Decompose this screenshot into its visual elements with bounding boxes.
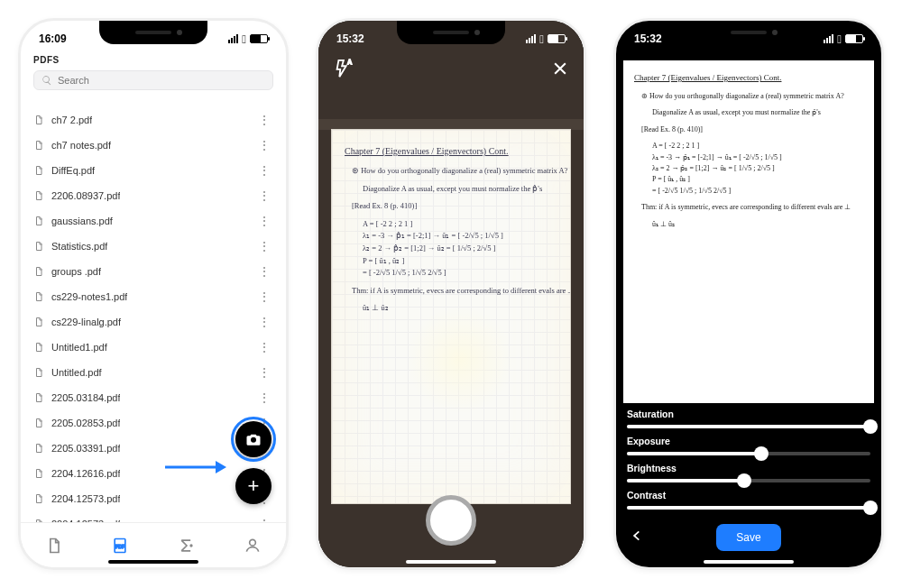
file-name: cs229-linalg.pdf xyxy=(51,317,121,327)
file-name: Statistics.pdf xyxy=(51,241,107,252)
hw-theorem: Thm: if A is symmetric, evecs are corres… xyxy=(641,202,863,213)
profile-icon xyxy=(244,537,262,555)
slider-track[interactable] xyxy=(627,452,870,455)
file-name: 2206.08937.pdf xyxy=(51,190,120,201)
hw-eigen1: λ₁ = -3 → p̂₁ = [-2;1] → û₁ = [ -2/√5 ; … xyxy=(363,230,557,243)
slider-track[interactable] xyxy=(627,425,870,428)
status-time: 15:32 xyxy=(336,32,364,45)
more-button[interactable]: ⋮ xyxy=(254,114,273,126)
more-button[interactable]: ⋮ xyxy=(254,240,273,253)
wifi-icon: 􀙇 xyxy=(242,33,246,45)
file-row[interactable]: cs229-notes1.pdf⋮ xyxy=(33,284,273,309)
file-name: DiffEq.pdf xyxy=(51,165,95,176)
file-icon xyxy=(33,492,44,505)
hw-reference: [Read Ex. 8 (p. 410)] xyxy=(352,200,557,213)
file-icon xyxy=(33,240,44,253)
file-row[interactable]: DiffEq.pdf⋮ xyxy=(33,158,273,183)
file-row[interactable]: ch7 2.pdf⋮ xyxy=(33,107,273,133)
slider-brightness[interactable]: Brightness xyxy=(627,463,870,482)
close-button[interactable] xyxy=(551,60,569,81)
slider-exposure[interactable]: Exposure xyxy=(627,436,870,455)
signal-icon xyxy=(228,34,238,43)
file-row[interactable]: groups .pdf⋮ xyxy=(33,259,273,284)
hw-theorem2: û₁ ⊥ û₂ xyxy=(363,302,557,315)
slider-label: Exposure xyxy=(627,436,870,446)
slider-track[interactable] xyxy=(627,506,870,510)
notch xyxy=(99,21,207,44)
hw-p: P = [ û₁ , û₂ ] xyxy=(363,255,557,268)
hw-p-expanded: = [ -2/√5 1/√5 ; 1/√5 2/√5 ] xyxy=(363,267,557,280)
file-icon xyxy=(33,417,44,429)
more-button[interactable]: ⋮ xyxy=(254,341,273,354)
hw-matrix: A = [ -2 2 ; 2 1 ] xyxy=(652,141,863,152)
hw-theorem: Thm: if A is symmetric, evecs are corres… xyxy=(352,285,557,298)
file-row[interactable]: 2205.03184.pdf⋮ xyxy=(33,385,273,410)
hw-eigen1: λ₁ = -3 → p̂₁ = [-2;1] → û₁ = [ -2/√5 ; … xyxy=(652,152,863,163)
search-input[interactable] xyxy=(33,70,273,90)
more-button[interactable]: ⋮ xyxy=(254,265,273,278)
file-row[interactable]: ch7 notes.pdf⋮ xyxy=(33,133,273,158)
svg-text:A: A xyxy=(348,59,353,65)
phone-pdf-list: 16:09 􀙇 PDFS ch7 2.pdf⋮ch7 notes.pdf⋮Dif… xyxy=(18,18,289,570)
status-time: 16:09 xyxy=(39,32,67,45)
file-icon xyxy=(33,366,44,379)
file-name: 2205.02853.pdf xyxy=(51,418,120,428)
file-icon xyxy=(33,316,44,328)
search-field[interactable] xyxy=(58,75,265,86)
sigma-icon xyxy=(178,537,196,555)
flash-toggle[interactable]: A xyxy=(333,59,353,82)
file-row[interactable]: cs229-linalg.pdf⋮ xyxy=(33,309,273,335)
status-time: 15:32 xyxy=(634,32,662,45)
add-fab[interactable]: + xyxy=(235,468,272,504)
file-icon xyxy=(33,215,44,227)
battery-icon xyxy=(548,34,566,43)
hw-question: ⊛ How do you orthogonally diagonalize a … xyxy=(352,165,557,178)
more-button[interactable]: ⋮ xyxy=(254,164,273,177)
file-icon xyxy=(33,442,44,455)
more-button[interactable]: ⋮ xyxy=(254,215,273,227)
highlight-arrow xyxy=(163,458,226,480)
save-button[interactable]: Save xyxy=(716,524,780,551)
file-icon xyxy=(33,391,44,404)
camera-viewfinder: Chapter 7 (Eigenvalues / Eigenvectors) C… xyxy=(318,21,584,567)
adjustment-panel: Saturation Exposure Brightness Contrast xyxy=(616,394,881,524)
document-icon xyxy=(45,537,63,555)
scanned-page: Chapter 7 (Eigenvalues / Eigenvectors) C… xyxy=(331,129,571,504)
chevron-left-icon xyxy=(630,527,643,545)
svg-point-5 xyxy=(250,539,256,546)
more-button[interactable]: ⋮ xyxy=(254,391,273,404)
slider-contrast[interactable]: Contrast xyxy=(627,490,870,510)
camera-fab[interactable] xyxy=(235,421,272,457)
hw-question: ⊛ How do you orthogonally diagonalize a … xyxy=(641,91,863,102)
pdf-icon: PDF xyxy=(111,537,129,555)
more-button[interactable]: ⋮ xyxy=(254,290,273,303)
shutter-button[interactable] xyxy=(426,495,476,546)
file-icon xyxy=(33,467,44,480)
slider-label: Contrast xyxy=(627,490,870,501)
home-indicator xyxy=(704,560,794,564)
file-icon xyxy=(33,164,44,177)
more-button[interactable]: ⋮ xyxy=(254,189,273,202)
wifi-icon: 􀙇 xyxy=(837,33,842,45)
file-row[interactable]: Untitled1.pdf⋮ xyxy=(33,335,273,360)
more-button[interactable]: ⋮ xyxy=(254,366,273,379)
slider-track[interactable] xyxy=(627,479,870,482)
slider-saturation[interactable]: Saturation xyxy=(627,409,870,428)
file-row[interactable]: 2206.08937.pdf⋮ xyxy=(33,183,273,208)
file-icon xyxy=(33,189,44,202)
tab-profile[interactable] xyxy=(220,523,287,567)
file-row[interactable]: Untitled.pdf⋮ xyxy=(33,360,273,385)
hw-p-expanded: = [ -2/√5 1/√5 ; 1/√5 2/√5 ] xyxy=(652,186,863,197)
file-row[interactable]: Statistics.pdf⋮ xyxy=(33,234,273,259)
more-button[interactable]: ⋮ xyxy=(254,139,273,152)
file-icon xyxy=(33,139,44,152)
back-button[interactable] xyxy=(630,527,643,549)
file-icon xyxy=(33,114,44,126)
hw-answer-line: Diagonalize A as usual, except you must … xyxy=(363,183,557,196)
file-row[interactable]: 2204.12573.pdf⋮ xyxy=(33,511,273,522)
tab-documents[interactable] xyxy=(21,523,87,567)
home-indicator xyxy=(108,560,198,564)
file-row[interactable]: gaussians.pdf⋮ xyxy=(33,208,273,234)
more-button[interactable]: ⋮ xyxy=(254,316,273,328)
file-name: cs229-notes1.pdf xyxy=(51,291,127,302)
